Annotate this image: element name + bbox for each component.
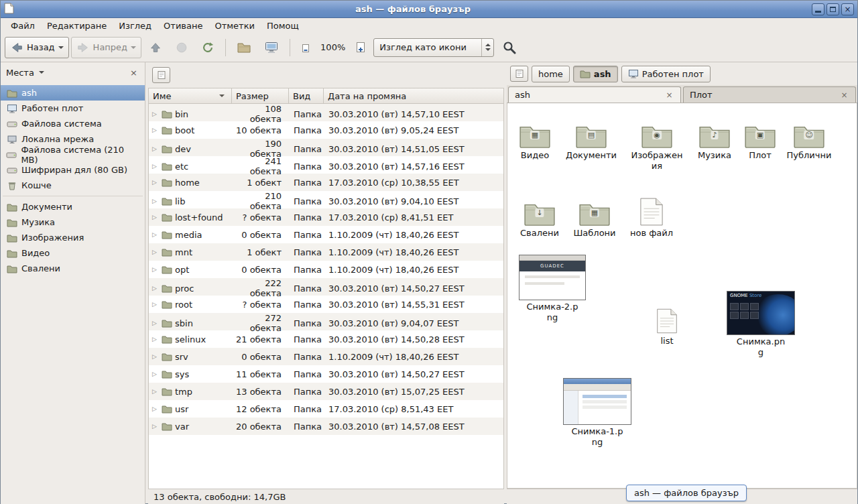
expander-icon[interactable]: ▷ bbox=[152, 301, 159, 308]
image-thumbnail: GUADEC bbox=[519, 255, 586, 300]
icon-view-item[interactable]: ☺ Публични bbox=[781, 114, 837, 161]
folder-public-icon: ☺ bbox=[781, 114, 837, 149]
table-row[interactable]: ▷mnt 1 обект Папка 1.10.2009 (чт) 18,40,… bbox=[149, 243, 503, 261]
location-bar-toggle-button[interactable] bbox=[510, 66, 528, 82]
tab-ash[interactable]: ash × bbox=[508, 86, 681, 103]
maximize-button[interactable] bbox=[826, 3, 839, 15]
menu-item-go[interactable]: Отиване bbox=[158, 20, 208, 32]
sidebar-item[interactable]: Музика bbox=[1, 214, 145, 230]
expander-icon[interactable]: ▷ bbox=[152, 371, 159, 377]
expander-icon[interactable]: ▷ bbox=[152, 111, 159, 117]
expander-icon[interactable]: ▷ bbox=[152, 179, 159, 186]
expander-icon[interactable]: ▷ bbox=[152, 145, 159, 152]
title-bar[interactable]: ash — файлов браузър × bbox=[1, 1, 857, 18]
sidebar-item[interactable]: Документи bbox=[1, 199, 145, 214]
table-row[interactable]: ▷lost+found ? обекта Папка 17.03.2010 (с… bbox=[149, 208, 503, 226]
table-row[interactable]: ▷boot 10 обекта Папка 30.03.2010 (вт) 9,… bbox=[149, 121, 503, 139]
table-row[interactable]: ▷sbin 272 обекта Папка 30.03.2010 (вт) 9… bbox=[149, 313, 503, 330]
stop-button[interactable] bbox=[170, 37, 194, 58]
column-header-size[interactable]: Размер bbox=[232, 88, 289, 104]
table-row[interactable]: ▷media 0 обекта Папка 1.10.2009 (чт) 18,… bbox=[149, 226, 503, 243]
zoom-in-button[interactable] bbox=[350, 37, 371, 58]
tab-close-icon[interactable]: × bbox=[664, 90, 674, 100]
table-row[interactable]: ▷tmp 13 обекта Папка 30.03.2010 (вт) 15,… bbox=[149, 383, 503, 400]
icon-view-item[interactable]: ◉ Изображения bbox=[629, 114, 685, 172]
sidebar-item[interactable]: Файлова система bbox=[1, 116, 145, 131]
icon-view-item[interactable]: ▤ Документи bbox=[563, 114, 619, 161]
breadcrumb-ash[interactable]: ash bbox=[573, 66, 618, 82]
home-button[interactable] bbox=[231, 37, 257, 58]
search-button[interactable] bbox=[496, 37, 523, 58]
expander-icon[interactable]: ▷ bbox=[152, 214, 159, 220]
icon-view-item[interactable]: ▦ Шаблони bbox=[566, 192, 623, 239]
table-row[interactable]: ▷home 1 обект Папка 17.03.2010 (ср) 10,3… bbox=[149, 174, 503, 191]
table-row[interactable]: ▷root ? обекта Папка 30.03.2010 (вт) 14,… bbox=[149, 296, 503, 313]
table-row[interactable]: ▷dev 190 обекта Папка 30.03.2010 (вт) 14… bbox=[149, 139, 503, 156]
file-snimka-1-png[interactable]: Снимка-1.png bbox=[562, 378, 632, 448]
expander-icon[interactable]: ▷ bbox=[152, 266, 159, 273]
up-button[interactable] bbox=[143, 37, 168, 58]
expander-icon[interactable]: ▷ bbox=[152, 198, 159, 204]
menu-item-help[interactable]: Помощ bbox=[261, 20, 305, 32]
table-row[interactable]: ▷selinux 21 обекта Папка 30.03.2010 (вт)… bbox=[149, 330, 503, 348]
file-list[interactable]: list bbox=[646, 300, 688, 346]
tab-close-icon[interactable]: × bbox=[839, 90, 849, 100]
back-button[interactable]: Назад bbox=[5, 37, 69, 58]
expander-icon[interactable]: ▷ bbox=[152, 163, 159, 170]
forward-button[interactable]: Напред bbox=[71, 37, 141, 58]
expander-icon[interactable]: ▷ bbox=[152, 353, 159, 360]
table-row[interactable]: ▷usr 12 обекта Папка 17.03.2010 (ср) 8,5… bbox=[149, 400, 503, 418]
file-snimka-2-png[interactable]: GUADEC Снимка-2.png bbox=[517, 255, 587, 323]
column-header-name[interactable]: Име bbox=[148, 88, 232, 104]
expander-icon[interactable]: ▷ bbox=[152, 320, 159, 326]
sidebar-item[interactable]: Изображения bbox=[1, 230, 145, 245]
icon-view-item[interactable]: ▣ Плот bbox=[732, 114, 788, 161]
expander-icon[interactable]: ▷ bbox=[152, 388, 159, 395]
close-button[interactable]: × bbox=[841, 3, 854, 15]
sidebar-close-button[interactable]: × bbox=[128, 68, 139, 78]
sidebar-item[interactable]: Работен плот bbox=[1, 101, 145, 116]
tab-plot[interactable]: Плот × bbox=[683, 86, 856, 103]
table-row[interactable]: ▷srv 0 обекта Папка 1.10.2009 (чт) 18,40… bbox=[149, 348, 503, 365]
minimize-button[interactable] bbox=[812, 3, 824, 15]
expander-icon[interactable]: ▷ bbox=[152, 127, 159, 133]
column-header-date[interactable]: Дата на промяна bbox=[324, 88, 504, 104]
menu-item-edit[interactable]: Редактиране bbox=[41, 20, 113, 32]
breadcrumb-desktop[interactable]: Работен плот bbox=[621, 66, 711, 82]
table-row[interactable]: ▷etc 241 обекта Папка 30.03.2010 (вт) 14… bbox=[149, 156, 503, 174]
menu-item-file[interactable]: Файл bbox=[5, 20, 41, 32]
table-row[interactable]: ▷var 20 обекта Папка 30.03.2010 (вт) 14,… bbox=[149, 418, 503, 435]
column-header-type[interactable]: Вид bbox=[289, 88, 324, 104]
expander-icon[interactable]: ▷ bbox=[152, 405, 159, 412]
sidebar-item[interactable]: ash bbox=[1, 85, 145, 101]
file-snimka-png[interactable]: GNOME Store Снимка.png bbox=[726, 291, 796, 358]
sidebar-item[interactable]: Файлова система (210 MB) bbox=[1, 147, 145, 162]
expander-icon[interactable]: ▷ bbox=[152, 336, 159, 342]
reload-button[interactable] bbox=[196, 37, 220, 58]
sidebar-item[interactable]: Видео bbox=[1, 245, 145, 261]
expander-icon[interactable]: ▷ bbox=[152, 423, 159, 430]
breadcrumb-home[interactable]: home bbox=[532, 66, 570, 82]
table-row[interactable]: ▷lib 210 обекта Папка 30.03.2010 (вт) 9,… bbox=[149, 191, 503, 208]
table-row[interactable]: ▷bin 108 обекта Папка 30.03.2010 (вт) 14… bbox=[149, 104, 503, 121]
location-bar-toggle-button[interactable] bbox=[152, 67, 170, 83]
icon-pane: home ash Работен плот ash × Плот bbox=[507, 62, 857, 504]
sidebar-item[interactable]: Свалени bbox=[1, 261, 145, 276]
icon-view-item[interactable]: ↓ Свалени bbox=[511, 192, 568, 239]
expander-icon[interactable]: ▷ bbox=[152, 231, 159, 238]
icon-view-item[interactable]: ▦ Видео bbox=[507, 114, 563, 161]
table-row[interactable]: ▷opt 0 обекта Папка 1.10.2009 (чт) 18,40… bbox=[149, 261, 503, 278]
menu-item-view[interactable]: Изглед bbox=[113, 20, 158, 32]
sidebar-item[interactable]: Кошче bbox=[1, 178, 145, 193]
zoom-out-button[interactable] bbox=[296, 37, 316, 58]
table-row[interactable]: ▷sys 11 обекта Папка 30.03.2010 (вт) 14,… bbox=[149, 365, 503, 383]
menu-item-bookmarks[interactable]: Отметки bbox=[208, 20, 260, 32]
computer-button[interactable] bbox=[259, 37, 284, 58]
expander-icon[interactable]: ▷ bbox=[152, 249, 159, 255]
view-mode-select[interactable]: Изглед като икони bbox=[373, 38, 494, 57]
table-row[interactable]: ▷proc 222 обекта Папка 30.03.2010 (вт) 1… bbox=[149, 278, 503, 296]
expander-icon[interactable]: ▷ bbox=[152, 285, 159, 292]
sidebar-item[interactable]: Шифриран дял (80 GB) bbox=[1, 162, 145, 178]
sidebar-title[interactable]: Места bbox=[6, 68, 34, 78]
icon-view-item[interactable]: нов файл bbox=[623, 192, 680, 239]
